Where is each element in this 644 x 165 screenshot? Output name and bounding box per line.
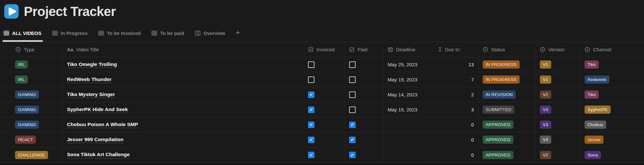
cell-video-title[interactable]: Sona Tiktok Art Challenge xyxy=(63,147,304,162)
cell-channel[interactable]: Tiko xyxy=(581,57,644,72)
column-header-paid[interactable]: Paid xyxy=(345,42,384,57)
column-header-type[interactable]: Type xyxy=(0,42,63,57)
select-icon xyxy=(483,47,488,52)
video-title-link[interactable]: Tiko Omegle Trolling xyxy=(67,61,117,68)
cell-version[interactable]: V3 xyxy=(536,102,581,117)
bottom-strip xyxy=(0,163,644,165)
tab-overview[interactable]: Overview xyxy=(194,30,227,42)
cell-deadline[interactable]: May 14, 2023 xyxy=(384,87,432,102)
cell-type[interactable]: GAMING xyxy=(0,102,63,117)
status-tag: IN PROGRESS xyxy=(483,75,520,84)
view-tabs: ALL VIDEOS In Progress To be Invoiced To… xyxy=(0,20,644,42)
cell-video-title[interactable]: RedWeeb Thunder xyxy=(63,72,304,87)
channel-tag: Sona xyxy=(585,151,601,159)
invoiced-checkbox[interactable] xyxy=(308,76,314,83)
paid-checkbox[interactable] xyxy=(349,152,356,158)
cell-channel[interactable]: Redweeb xyxy=(581,72,644,87)
channel-tag: Chobuu xyxy=(585,121,606,129)
cell-status[interactable]: IN REVISION xyxy=(479,87,536,102)
column-header-invoiced[interactable]: Invoiced xyxy=(304,42,345,57)
table-row: GAMING SypherPK Hide And Seek May 15, 20… xyxy=(0,102,644,117)
invoiced-checkbox[interactable] xyxy=(308,61,314,68)
cell-type[interactable]: IRL xyxy=(0,72,63,87)
invoiced-checkbox[interactable] xyxy=(308,137,314,143)
cell-invoiced xyxy=(304,132,345,147)
cell-deadline[interactable] xyxy=(384,147,432,162)
column-header-status[interactable]: Status xyxy=(479,42,536,57)
cell-type[interactable]: GAMING xyxy=(0,117,63,132)
cell-status[interactable]: APPROVED xyxy=(479,117,536,132)
table-row: GAMING Tiko Mystery Singer May 14, 2023 … xyxy=(0,87,644,102)
paid-checkbox[interactable] xyxy=(349,137,356,143)
video-title-link[interactable]: SypherPK Hide And Seek xyxy=(67,106,128,113)
play-icon[interactable] xyxy=(4,4,19,19)
cell-type[interactable]: CHALLENGE xyxy=(0,147,63,162)
version-tag: V2 xyxy=(540,91,551,99)
status-tag: IN REVISION xyxy=(483,91,516,99)
cell-status[interactable]: IN PROGRESS xyxy=(479,72,536,87)
cell-deadline[interactable]: May 15, 2023 xyxy=(384,102,432,117)
cell-deadline[interactable]: May 19, 2023 xyxy=(384,72,432,87)
due-in-value: 7 xyxy=(471,77,474,82)
cell-due-in: 13 xyxy=(432,57,479,72)
cell-video-title[interactable]: Chobuu Poison A Whole SMP xyxy=(63,117,304,132)
paid-checkbox[interactable] xyxy=(349,61,356,68)
cell-version[interactable]: V2 xyxy=(536,147,581,162)
cell-due-in: 2 xyxy=(432,87,479,102)
cell-channel[interactable]: Jesser xyxy=(581,132,644,147)
channel-tag: Redweeb xyxy=(585,75,609,84)
type-tag: IRL xyxy=(15,75,28,84)
tab-in-progress[interactable]: In Progress xyxy=(51,30,89,42)
paid-checkbox[interactable] xyxy=(349,107,356,113)
video-title-link[interactable]: Chobuu Poison A Whole SMP xyxy=(67,121,138,128)
cell-deadline[interactable] xyxy=(384,117,432,132)
video-title-link[interactable]: Tiko Mystery Singer xyxy=(67,91,115,98)
status-tag: APPROVED xyxy=(483,151,513,159)
column-header-deadline[interactable]: Deadline xyxy=(384,42,432,57)
column-header-title[interactable]: Aa Video Title xyxy=(63,42,304,57)
invoiced-checkbox[interactable] xyxy=(308,122,314,128)
cell-type[interactable]: REACT xyxy=(0,132,63,147)
cell-version[interactable]: V1 xyxy=(536,72,581,87)
table-header-row: Type Aa Video Title Invoiced Paid Deadli… xyxy=(0,42,644,57)
status-tag: IN PROGRESS xyxy=(483,60,520,69)
invoiced-checkbox[interactable] xyxy=(308,107,314,113)
video-title-link[interactable]: Sona Tiktok Art Challenge xyxy=(67,151,130,158)
cell-video-title[interactable]: Tiko Omegle Trolling xyxy=(63,57,304,72)
cell-invoiced xyxy=(304,57,345,72)
column-header-due[interactable]: Σ Due In: xyxy=(432,42,479,57)
add-view-button[interactable]: + xyxy=(235,29,242,42)
video-title-link[interactable]: RedWeeb Thunder xyxy=(67,76,112,83)
cell-channel[interactable]: Sona xyxy=(581,147,644,162)
cell-channel[interactable]: Tiko xyxy=(581,87,644,102)
invoiced-checkbox[interactable] xyxy=(308,152,314,158)
cell-invoiced xyxy=(304,102,345,117)
invoiced-checkbox[interactable] xyxy=(308,91,314,98)
cell-deadline[interactable] xyxy=(384,132,432,147)
paid-checkbox[interactable] xyxy=(349,91,356,98)
cell-video-title[interactable]: Tiko Mystery Singer xyxy=(63,87,304,102)
video-title-link[interactable]: Jesser 999 Compilation xyxy=(67,136,123,143)
tab-to-be-paid[interactable]: To be paid xyxy=(151,30,185,42)
cell-channel[interactable]: SypherPK xyxy=(581,102,644,117)
cell-channel[interactable]: Chobuu xyxy=(581,117,644,132)
cell-status[interactable]: APPROVED xyxy=(479,147,536,162)
cell-status[interactable]: IN PROGRESS xyxy=(479,57,536,72)
cell-status[interactable]: SUBMITTED xyxy=(479,102,536,117)
paid-checkbox[interactable] xyxy=(349,76,356,83)
tab-to-be-invoiced[interactable]: To be Invoiced xyxy=(97,30,142,42)
cell-version[interactable]: V2 xyxy=(536,87,581,102)
cell-deadline[interactable]: May 25, 2023 xyxy=(384,57,432,72)
cell-type[interactable]: IRL xyxy=(0,57,63,72)
cell-type[interactable]: GAMING xyxy=(0,87,63,102)
tab-all-videos[interactable]: ALL VIDEOS xyxy=(3,30,43,42)
cell-version[interactable]: V1 xyxy=(536,57,581,72)
column-header-channel[interactable]: Channel xyxy=(581,42,644,57)
cell-version[interactable]: V3 xyxy=(536,117,581,132)
paid-checkbox[interactable] xyxy=(349,122,356,128)
column-header-version[interactable]: Version xyxy=(536,42,581,57)
cell-version[interactable]: V4 xyxy=(536,132,581,147)
cell-status[interactable]: APPROVED xyxy=(479,132,536,147)
cell-video-title[interactable]: Jesser 999 Compilation xyxy=(63,132,304,147)
cell-video-title[interactable]: SypherPK Hide And Seek xyxy=(63,102,304,117)
